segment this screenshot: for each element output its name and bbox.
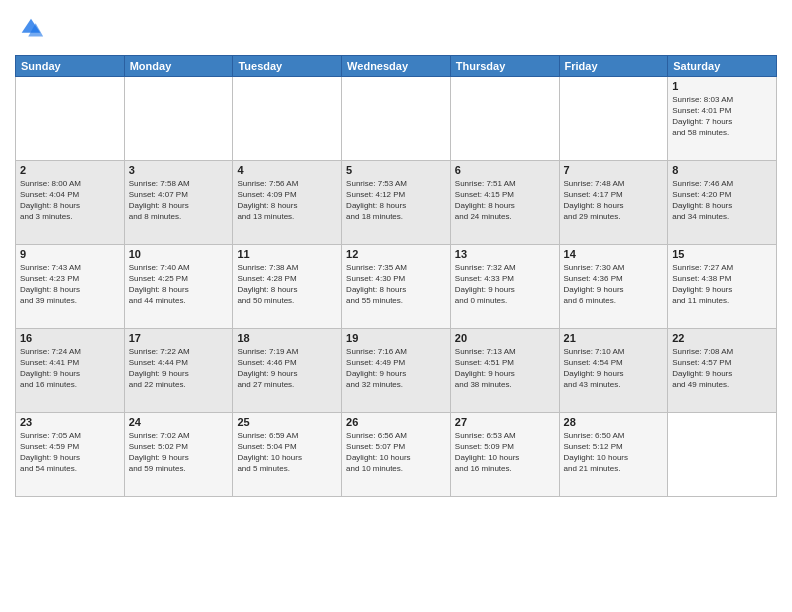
weekday-header-saturday: Saturday (668, 55, 777, 76)
calendar-row-0: 1Sunrise: 8:03 AM Sunset: 4:01 PM Daylig… (16, 76, 777, 160)
day-info: Sunrise: 6:56 AM Sunset: 5:07 PM Dayligh… (346, 430, 446, 475)
day-info: Sunrise: 7:40 AM Sunset: 4:25 PM Dayligh… (129, 262, 229, 307)
calendar-row-4: 23Sunrise: 7:05 AM Sunset: 4:59 PM Dayli… (16, 412, 777, 496)
weekday-header-wednesday: Wednesday (342, 55, 451, 76)
calendar-cell: 1Sunrise: 8:03 AM Sunset: 4:01 PM Daylig… (668, 76, 777, 160)
day-number: 19 (346, 332, 446, 344)
day-number: 16 (20, 332, 120, 344)
day-number: 20 (455, 332, 555, 344)
day-info: Sunrise: 6:59 AM Sunset: 5:04 PM Dayligh… (237, 430, 337, 475)
calendar-cell: 15Sunrise: 7:27 AM Sunset: 4:38 PM Dayli… (668, 244, 777, 328)
calendar-cell: 13Sunrise: 7:32 AM Sunset: 4:33 PM Dayli… (450, 244, 559, 328)
calendar-cell: 18Sunrise: 7:19 AM Sunset: 4:46 PM Dayli… (233, 328, 342, 412)
day-info: Sunrise: 7:13 AM Sunset: 4:51 PM Dayligh… (455, 346, 555, 391)
calendar-row-2: 9Sunrise: 7:43 AM Sunset: 4:23 PM Daylig… (16, 244, 777, 328)
calendar-cell: 16Sunrise: 7:24 AM Sunset: 4:41 PM Dayli… (16, 328, 125, 412)
day-info: Sunrise: 8:03 AM Sunset: 4:01 PM Dayligh… (672, 94, 772, 139)
day-number: 11 (237, 248, 337, 260)
day-info: Sunrise: 7:05 AM Sunset: 4:59 PM Dayligh… (20, 430, 120, 475)
calendar-cell: 21Sunrise: 7:10 AM Sunset: 4:54 PM Dayli… (559, 328, 668, 412)
day-number: 17 (129, 332, 229, 344)
day-info: Sunrise: 7:58 AM Sunset: 4:07 PM Dayligh… (129, 178, 229, 223)
calendar-table: SundayMondayTuesdayWednesdayThursdayFrid… (15, 55, 777, 497)
day-number: 22 (672, 332, 772, 344)
calendar-cell (668, 412, 777, 496)
calendar-cell: 10Sunrise: 7:40 AM Sunset: 4:25 PM Dayli… (124, 244, 233, 328)
weekday-header-thursday: Thursday (450, 55, 559, 76)
calendar-cell: 5Sunrise: 7:53 AM Sunset: 4:12 PM Daylig… (342, 160, 451, 244)
day-number: 23 (20, 416, 120, 428)
day-info: Sunrise: 7:22 AM Sunset: 4:44 PM Dayligh… (129, 346, 229, 391)
day-number: 6 (455, 164, 555, 176)
calendar-cell: 26Sunrise: 6:56 AM Sunset: 5:07 PM Dayli… (342, 412, 451, 496)
calendar-cell: 24Sunrise: 7:02 AM Sunset: 5:02 PM Dayli… (124, 412, 233, 496)
day-info: Sunrise: 8:00 AM Sunset: 4:04 PM Dayligh… (20, 178, 120, 223)
calendar-cell: 14Sunrise: 7:30 AM Sunset: 4:36 PM Dayli… (559, 244, 668, 328)
calendar-cell: 8Sunrise: 7:46 AM Sunset: 4:20 PM Daylig… (668, 160, 777, 244)
day-info: Sunrise: 6:50 AM Sunset: 5:12 PM Dayligh… (564, 430, 664, 475)
day-number: 24 (129, 416, 229, 428)
day-number: 4 (237, 164, 337, 176)
calendar-cell: 4Sunrise: 7:56 AM Sunset: 4:09 PM Daylig… (233, 160, 342, 244)
weekday-header-sunday: Sunday (16, 55, 125, 76)
day-info: Sunrise: 7:02 AM Sunset: 5:02 PM Dayligh… (129, 430, 229, 475)
calendar-cell: 11Sunrise: 7:38 AM Sunset: 4:28 PM Dayli… (233, 244, 342, 328)
day-info: Sunrise: 6:53 AM Sunset: 5:09 PM Dayligh… (455, 430, 555, 475)
calendar-cell: 27Sunrise: 6:53 AM Sunset: 5:09 PM Dayli… (450, 412, 559, 496)
day-number: 2 (20, 164, 120, 176)
calendar-cell (450, 76, 559, 160)
day-info: Sunrise: 7:24 AM Sunset: 4:41 PM Dayligh… (20, 346, 120, 391)
calendar-cell: 20Sunrise: 7:13 AM Sunset: 4:51 PM Dayli… (450, 328, 559, 412)
calendar-page: SundayMondayTuesdayWednesdayThursdayFrid… (0, 0, 792, 612)
day-number: 18 (237, 332, 337, 344)
calendar-cell (233, 76, 342, 160)
day-number: 3 (129, 164, 229, 176)
calendar-cell: 12Sunrise: 7:35 AM Sunset: 4:30 PM Dayli… (342, 244, 451, 328)
day-number: 28 (564, 416, 664, 428)
calendar-cell: 2Sunrise: 8:00 AM Sunset: 4:04 PM Daylig… (16, 160, 125, 244)
calendar-cell (342, 76, 451, 160)
logo-icon (17, 14, 45, 42)
day-number: 8 (672, 164, 772, 176)
day-info: Sunrise: 7:43 AM Sunset: 4:23 PM Dayligh… (20, 262, 120, 307)
weekday-header-friday: Friday (559, 55, 668, 76)
day-info: Sunrise: 7:38 AM Sunset: 4:28 PM Dayligh… (237, 262, 337, 307)
calendar-cell: 17Sunrise: 7:22 AM Sunset: 4:44 PM Dayli… (124, 328, 233, 412)
day-number: 14 (564, 248, 664, 260)
day-number: 13 (455, 248, 555, 260)
day-number: 27 (455, 416, 555, 428)
calendar-cell: 19Sunrise: 7:16 AM Sunset: 4:49 PM Dayli… (342, 328, 451, 412)
header (15, 10, 777, 47)
day-info: Sunrise: 7:56 AM Sunset: 4:09 PM Dayligh… (237, 178, 337, 223)
day-number: 21 (564, 332, 664, 344)
day-number: 7 (564, 164, 664, 176)
day-number: 5 (346, 164, 446, 176)
calendar-cell: 7Sunrise: 7:48 AM Sunset: 4:17 PM Daylig… (559, 160, 668, 244)
day-number: 25 (237, 416, 337, 428)
day-info: Sunrise: 7:27 AM Sunset: 4:38 PM Dayligh… (672, 262, 772, 307)
calendar-cell: 6Sunrise: 7:51 AM Sunset: 4:15 PM Daylig… (450, 160, 559, 244)
logo (15, 14, 45, 47)
day-number: 1 (672, 80, 772, 92)
day-info: Sunrise: 7:46 AM Sunset: 4:20 PM Dayligh… (672, 178, 772, 223)
day-number: 26 (346, 416, 446, 428)
day-info: Sunrise: 7:08 AM Sunset: 4:57 PM Dayligh… (672, 346, 772, 391)
calendar-row-1: 2Sunrise: 8:00 AM Sunset: 4:04 PM Daylig… (16, 160, 777, 244)
day-info: Sunrise: 7:51 AM Sunset: 4:15 PM Dayligh… (455, 178, 555, 223)
calendar-cell (16, 76, 125, 160)
calendar-cell: 28Sunrise: 6:50 AM Sunset: 5:12 PM Dayli… (559, 412, 668, 496)
calendar-cell: 3Sunrise: 7:58 AM Sunset: 4:07 PM Daylig… (124, 160, 233, 244)
calendar-cell: 25Sunrise: 6:59 AM Sunset: 5:04 PM Dayli… (233, 412, 342, 496)
day-number: 15 (672, 248, 772, 260)
calendar-cell: 9Sunrise: 7:43 AM Sunset: 4:23 PM Daylig… (16, 244, 125, 328)
day-info: Sunrise: 7:16 AM Sunset: 4:49 PM Dayligh… (346, 346, 446, 391)
day-info: Sunrise: 7:53 AM Sunset: 4:12 PM Dayligh… (346, 178, 446, 223)
calendar-cell (124, 76, 233, 160)
calendar-cell: 23Sunrise: 7:05 AM Sunset: 4:59 PM Dayli… (16, 412, 125, 496)
calendar-cell (559, 76, 668, 160)
day-number: 10 (129, 248, 229, 260)
calendar-cell: 22Sunrise: 7:08 AM Sunset: 4:57 PM Dayli… (668, 328, 777, 412)
weekday-header-monday: Monday (124, 55, 233, 76)
day-info: Sunrise: 7:32 AM Sunset: 4:33 PM Dayligh… (455, 262, 555, 307)
day-info: Sunrise: 7:48 AM Sunset: 4:17 PM Dayligh… (564, 178, 664, 223)
